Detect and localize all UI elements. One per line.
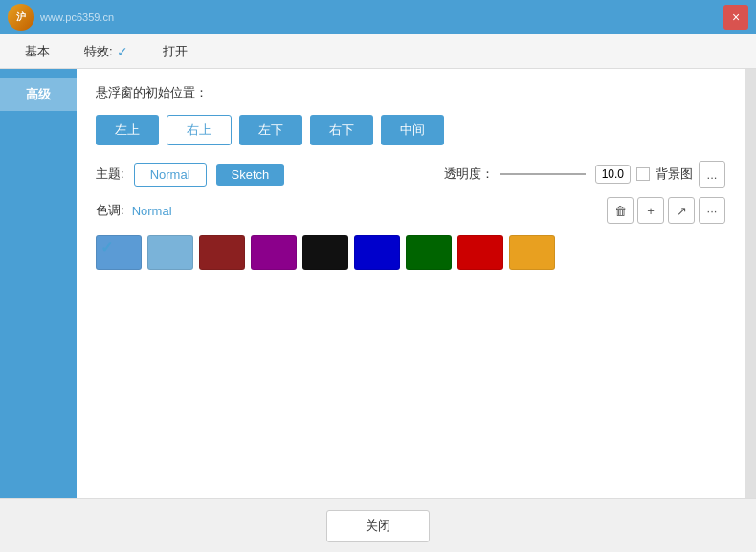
theme-btn-normal[interactable]: Normal xyxy=(134,163,207,187)
swatch-red-dark[interactable] xyxy=(199,235,245,270)
action-icons: 🗑 + ↗ ··· xyxy=(607,197,725,224)
bg-image-label: 背景图 xyxy=(656,166,693,183)
swatch-black[interactable] xyxy=(302,235,348,270)
title-bar: 沪 www.pc6359.cn × xyxy=(0,0,756,34)
main-area: 高级 悬浮窗的初始位置： 左上 右上 左下 右下 中间 主题: Normal S… xyxy=(0,69,756,498)
theme-transparency-row: 主题: Normal Sketch 透明度： 10.0 背景图 ... xyxy=(96,161,725,188)
app-logo: 沪 xyxy=(8,4,34,31)
pos-btn-top-right[interactable]: 右上 xyxy=(167,115,232,145)
transparency-label: 透明度： xyxy=(444,166,494,183)
position-buttons: 左上 右上 左下 右下 中间 xyxy=(96,115,725,145)
theme-btn-sketch[interactable]: Sketch xyxy=(216,164,285,186)
swatch-orange[interactable] xyxy=(509,235,555,270)
transparency-slider-track xyxy=(500,173,586,175)
delete-icon-btn[interactable]: 🗑 xyxy=(607,197,634,224)
swatch-red-bright[interactable] xyxy=(457,235,503,270)
tone-value: Normal xyxy=(132,204,172,218)
tone-label: 色调: xyxy=(96,202,124,219)
watermark-text: www.pc6359.cn xyxy=(40,11,114,23)
sidebar: 高级 xyxy=(0,69,77,498)
bg-extra-btn[interactable]: ... xyxy=(699,161,725,188)
pos-btn-top-left[interactable]: 左上 xyxy=(96,115,159,145)
swatch-blue-medium[interactable] xyxy=(147,235,193,270)
export-icon-btn[interactable]: ↗ xyxy=(668,197,695,224)
scrollbar[interactable] xyxy=(745,69,756,498)
color-swatches xyxy=(96,235,725,270)
swatch-blue-light[interactable] xyxy=(96,235,142,270)
tab-special[interactable]: 特效: ✓ xyxy=(69,38,144,65)
delete-icon: 🗑 xyxy=(614,204,627,218)
sidebar-item-advanced[interactable]: 高级 xyxy=(0,78,77,111)
add-icon: + xyxy=(647,204,655,218)
section-title: 悬浮窗的初始位置： xyxy=(96,84,725,101)
more-icon-btn[interactable]: ··· xyxy=(699,197,725,224)
close-dialog-button[interactable]: 关闭 xyxy=(326,510,430,542)
swatch-green-dark[interactable] xyxy=(406,235,452,270)
tab-bar: 基本 特效: ✓ 打开 xyxy=(0,34,756,69)
check-icon: ✓ xyxy=(117,44,128,59)
content-area: 悬浮窗的初始位置： 左上 右上 左下 右下 中间 主题: Normal Sket… xyxy=(77,69,745,498)
export-icon: ↗ xyxy=(677,204,687,218)
bg-image-checkbox[interactable] xyxy=(636,167,650,181)
more-icon: ··· xyxy=(707,204,718,218)
bottom-bar: 关闭 xyxy=(0,498,756,552)
theme-label: 主题: xyxy=(96,166,124,183)
pos-btn-center[interactable]: 中间 xyxy=(381,115,444,145)
tone-row: 色调: Normal 🗑 + ↗ ··· xyxy=(96,197,725,224)
tab-special-label: 特效: xyxy=(84,43,113,60)
tab-open[interactable]: 打开 xyxy=(147,38,203,65)
pos-btn-bottom-right[interactable]: 右下 xyxy=(310,115,373,145)
pos-btn-bottom-left[interactable]: 左下 xyxy=(239,115,302,145)
tab-basic[interactable]: 基本 xyxy=(10,38,65,65)
window-close-button[interactable]: × xyxy=(723,5,748,30)
swatch-purple[interactable] xyxy=(251,235,297,270)
swatch-blue-deep[interactable] xyxy=(354,235,400,270)
logo-area: 沪 www.pc6359.cn xyxy=(8,4,114,31)
add-icon-btn[interactable]: + xyxy=(637,197,664,224)
transparency-value: 10.0 xyxy=(595,165,631,184)
